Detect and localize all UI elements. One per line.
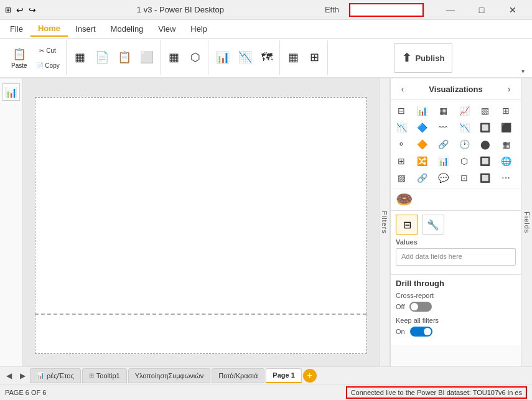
add-page-button[interactable]: + <box>303 369 317 383</box>
transform-icon: ⬡ <box>190 50 200 64</box>
menu-view[interactable]: View <box>151 22 183 36</box>
ribbon-group-publish: ⬆ Publish <box>391 40 455 75</box>
viz-map[interactable]: 📊 <box>435 153 451 169</box>
cut-button[interactable]: ✂ Cut <box>32 44 63 57</box>
fields-view-button[interactable]: ⊟ <box>396 215 418 235</box>
viz-title: Visualizations <box>429 85 482 94</box>
viz-more[interactable]: ⋯ <box>498 170 514 186</box>
viz-card[interactable]: ⬤ <box>477 136 493 152</box>
viz-clustered-bar[interactable]: 📊 <box>414 103 431 119</box>
tab-prev-button[interactable]: ◀ <box>2 370 15 382</box>
format-view-button[interactable]: 🔧 <box>422 215 444 235</box>
table-button[interactable]: ▦ <box>70 43 90 73</box>
viz-text-box[interactable]: 💬 <box>435 170 451 186</box>
viz-next-button[interactable]: › <box>502 82 516 96</box>
title-bar-left: ⊞ ↩ ↪ <box>5 5 36 15</box>
viz-pie[interactable]: 🔶 <box>414 136 431 152</box>
viz-gauge[interactable]: 🕐 <box>456 136 472 152</box>
viz-button[interactable]: 🔲 <box>477 170 493 186</box>
drill-title: Drill through <box>396 279 516 288</box>
paste-icon: 📋 <box>12 47 26 61</box>
ribbon-chevron[interactable]: ▾ <box>519 65 527 77</box>
format-table-icon: ⊞ <box>310 50 319 64</box>
format-grid-button[interactable]: ▦ <box>284 43 304 73</box>
viz-stacked-bar[interactable]: ⊟ <box>393 103 409 119</box>
map-button[interactable]: 🗺 <box>257 43 277 73</box>
viz-header: ‹ Visualizations › <box>391 78 521 100</box>
values-drop-area[interactable]: Add data fields here <box>396 248 516 266</box>
viz-line-stacked[interactable]: 〰 <box>435 119 451 136</box>
paste-button[interactable]: 📋 Paste <box>7 43 31 73</box>
viz-ribbon[interactable]: 📉 <box>456 119 472 136</box>
off-label: Off <box>396 303 404 310</box>
viz-100-col[interactable]: ⊞ <box>498 103 514 119</box>
menu-file[interactable]: File <box>2 22 30 36</box>
viz-waterfall[interactable]: 🔲 <box>477 119 493 136</box>
tab-tooltip1[interactable]: ⊞ Tooltip1 <box>82 368 127 383</box>
viz-table[interactable]: ▦ <box>498 136 514 152</box>
menu-modeling[interactable]: Modeling <box>103 22 151 36</box>
menu-home[interactable]: Home <box>30 21 68 37</box>
viz-globe[interactable]: 🌐 <box>498 153 514 169</box>
chart-type-icon[interactable]: 📊 <box>2 83 20 101</box>
viz-donut[interactable]: 🔗 <box>435 136 451 152</box>
visual-options-button[interactable]: ▦ <box>164 43 184 73</box>
viz-filled-map[interactable]: ⬡ <box>456 153 472 169</box>
copy-table-button[interactable]: 📋 <box>114 43 135 73</box>
viz-custom-donut[interactable]: 🍩 <box>396 192 412 208</box>
tab-ρέτος[interactable]: 📊 ρές/Έτος <box>30 368 81 383</box>
user-search-input[interactable] <box>349 3 424 17</box>
redo-icon[interactable]: ↪ <box>29 5 36 15</box>
viz-funnel[interactable]: ⬛ <box>498 119 514 136</box>
page-canvas[interactable] <box>35 97 366 354</box>
fields-panel[interactable]: Fields <box>521 78 532 366</box>
canvas-area <box>22 78 379 366</box>
maximize-button[interactable]: □ <box>467 0 496 20</box>
tab-label-tooltip1: Tooltip1 <box>96 372 120 379</box>
bar-chart-button[interactable]: 📊 <box>212 43 233 73</box>
ribbon-group-visuals: ▦ ⬡ <box>162 40 208 75</box>
menu-insert[interactable]: Insert <box>68 22 103 36</box>
transform-button[interactable]: ⬡ <box>185 43 205 73</box>
format-table-button[interactable]: ⊞ <box>305 43 325 73</box>
viz-prev-button[interactable]: ‹ <box>396 82 409 96</box>
viz-treemap[interactable]: 🔀 <box>414 153 431 169</box>
keep-filters-toggle[interactable] <box>410 327 432 337</box>
viz-image[interactable]: ⊡ <box>456 170 472 186</box>
tab-ylopoiisi[interactable]: ΥλοποίησηΣυμφωνιών <box>128 368 211 383</box>
viz-clustered-col[interactable]: ▧ <box>477 103 493 119</box>
viz-matrix[interactable]: ⊞ <box>393 153 409 169</box>
menu-bar: File Home Insert Modeling View Help <box>0 20 532 39</box>
viz-grid: ⊟ 📊 ▦ 📈 ▧ ⊞ 📉 🔷 〰 📉 🔲 ⬛ ⚬ 🔶 🔗 🕐 ⬤ ▦ ⊞ 🔀 … <box>391 100 521 188</box>
tab-pota[interactable]: Ποτά/Κρασιά <box>212 368 264 383</box>
publish-button[interactable]: ⬆ Publish <box>394 43 452 73</box>
tab-next-button[interactable]: ▶ <box>16 370 29 382</box>
ribbon-group-clipboard: 📋 Paste ✂ Cut 📄 Copy <box>5 40 67 75</box>
datasource-button[interactable]: 📄 <box>91 43 113 73</box>
menu-help[interactable]: Help <box>183 22 215 36</box>
enter-data-button[interactable]: ⬜ <box>136 43 157 73</box>
copy-button[interactable]: 📄 Copy <box>32 58 63 72</box>
close-button[interactable]: ✕ <box>498 0 527 20</box>
ribbon-group-insert: 📊 📉 🗺 <box>210 40 280 75</box>
cross-report-toggle[interactable] <box>409 302 432 312</box>
tab-page1[interactable]: Page 1 <box>266 368 301 383</box>
viz-kpi[interactable]: ▨ <box>393 170 409 186</box>
visualizations-panel: ‹ Visualizations › ⊟ 📊 ▦ 📈 ▧ ⊞ 📉 🔷 〰 📉 🔲… <box>390 78 521 366</box>
page-tabs: ◀ ▶ 📊 ρές/Έτος ⊞ Tooltip1 ΥλοποίησηΣυμφω… <box>0 366 532 384</box>
viz-area[interactable]: 🔷 <box>414 119 431 136</box>
viz-stacked-col[interactable]: 📈 <box>456 103 472 119</box>
undo-icon[interactable]: ↩ <box>16 5 24 15</box>
ribbon-group-data: ▦ 📄 📋 ⬜ <box>68 40 161 75</box>
viz-line[interactable]: 📉 <box>393 119 409 136</box>
title-bar: ⊞ ↩ ↪ 1 v3 - Power BI Desktop Efth — □ ✕ <box>0 0 532 20</box>
area-chart-button[interactable]: 📉 <box>235 43 256 73</box>
viz-shape-map[interactable]: 🔲 <box>477 153 493 169</box>
viz-slicer[interactable]: 🔗 <box>414 170 431 186</box>
viz-scatter[interactable]: ⚬ <box>393 136 409 152</box>
viz-100-bar[interactable]: ▦ <box>435 103 451 119</box>
filters-panel[interactable]: Filters <box>379 78 390 366</box>
window-title: 1 v3 - Power BI Desktop <box>36 5 325 14</box>
minimize-button[interactable]: — <box>436 0 465 20</box>
viz-nav-left: ‹ <box>396 82 409 96</box>
